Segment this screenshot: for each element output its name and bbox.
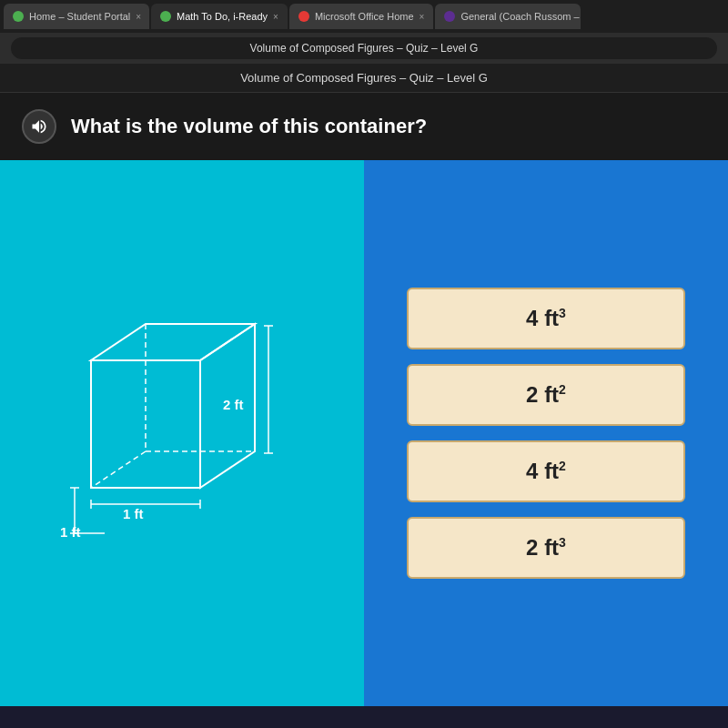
tab-general-icon <box>444 11 455 22</box>
tab-general-label: General (Coach Russom – 3rd Pe… <box>460 11 581 22</box>
answer-4-exp: 3 <box>559 535 566 550</box>
address-bar-text: Volume of Composed Figures – Quiz – Leve… <box>250 42 479 55</box>
svg-line-5 <box>91 451 146 488</box>
width-label: 1 ft <box>60 524 81 540</box>
right-panel: 4 ft3 2 ft2 4 ft2 2 ft3 <box>364 160 728 706</box>
tab-math-close[interactable]: × <box>273 12 278 22</box>
tab-math-label: Math To Do, i-Ready <box>177 11 268 22</box>
question-text: What is the volume of this container? <box>71 115 427 138</box>
quiz-title: Volume of Composed Figures – Quiz – Leve… <box>240 71 488 85</box>
tab-office-icon <box>298 11 309 22</box>
answer-1-value: 4 <box>526 306 538 331</box>
question-bar: What is the volume of this container? <box>0 93 728 160</box>
address-bar[interactable]: Volume of Composed Figures – Quiz – Leve… <box>11 37 717 59</box>
address-bar-row: Volume of Composed Figures – Quiz – Leve… <box>0 33 728 64</box>
tab-bar: Home – Student Portal × Math To Do, i-Re… <box>0 0 728 33</box>
depth-label: 1 ft <box>123 506 144 521</box>
height-label: 2 ft <box>223 397 244 412</box>
3d-box-svg <box>55 288 291 561</box>
answer-button-2[interactable]: 2 ft2 <box>407 364 685 426</box>
answer-1-exp: 3 <box>559 306 566 320</box>
answer-2-unit: ft2 <box>544 382 566 408</box>
tab-math-icon <box>160 11 171 22</box>
answer-4-unit: ft3 <box>544 535 566 561</box>
quiz-header-bar: Volume of Composed Figures – Quiz – Leve… <box>0 64 728 93</box>
tab-home-label: Home – Student Portal <box>29 11 130 22</box>
answer-2-value: 2 <box>526 382 538 408</box>
speaker-button[interactable] <box>22 109 56 144</box>
content-area: 2 ft 1 ft 1 ft 4 ft3 2 ft2 4 ft2 2 ft3 <box>0 160 728 706</box>
browser-chrome: Home – Student Portal × Math To Do, i-Re… <box>0 0 728 64</box>
tab-general[interactable]: General (Coach Russom – 3rd Pe… × <box>435 4 581 29</box>
speaker-icon <box>30 117 48 136</box>
answer-3-value: 4 <box>526 459 538 484</box>
tab-office-label: Microsoft Office Home <box>315 11 414 22</box>
left-panel: 2 ft 1 ft 1 ft <box>0 160 364 706</box>
answer-4-value: 2 <box>526 535 538 561</box>
tab-office-close[interactable]: × <box>420 12 425 22</box>
tab-home-icon <box>13 11 24 22</box>
answer-button-4[interactable]: 2 ft3 <box>407 517 685 579</box>
tab-home[interactable]: Home – Student Portal × <box>4 4 149 29</box>
answer-button-3[interactable]: 4 ft2 <box>407 440 685 502</box>
answer-button-1[interactable]: 4 ft3 <box>407 288 685 349</box>
tab-home-close[interactable]: × <box>136 12 141 22</box>
answer-3-unit: ft2 <box>544 459 566 484</box>
answer-2-exp: 2 <box>559 382 566 397</box>
answer-1-unit: ft3 <box>544 306 566 331</box>
tab-math[interactable]: Math To Do, i-Ready × <box>151 4 288 29</box>
answer-3-exp: 2 <box>559 459 566 473</box>
tab-office[interactable]: Microsoft Office Home × <box>289 4 433 29</box>
svg-marker-2 <box>91 324 255 360</box>
box-diagram: 2 ft 1 ft 1 ft <box>55 288 309 579</box>
